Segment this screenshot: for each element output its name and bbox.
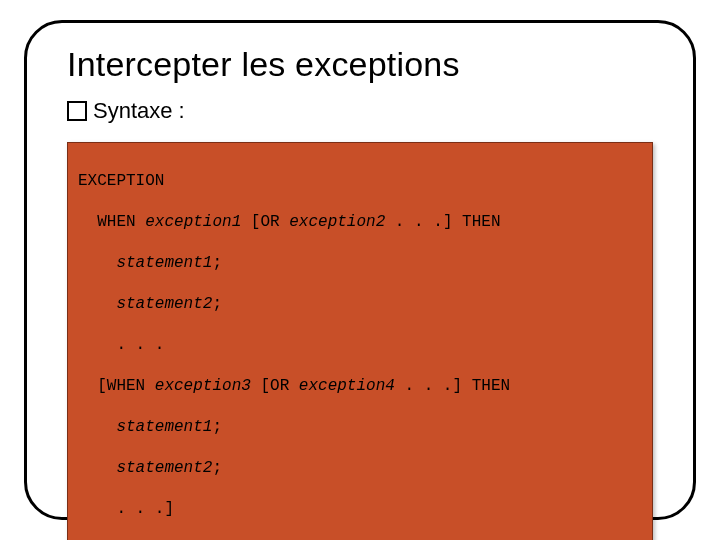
code-text: . . .] THEN [395, 377, 510, 395]
code-text: . . . [116, 336, 164, 354]
code-italic: statement2 [116, 295, 212, 313]
code-italic: exception4 [299, 377, 395, 395]
square-bullet-icon [67, 101, 87, 121]
code-line: . . . [78, 335, 642, 355]
code-text: [OR [241, 213, 289, 231]
code-text: ; [212, 254, 222, 272]
code-line: [WHEN exception3 [OR exception4 . . .] T… [78, 376, 642, 396]
code-line: . . .] [78, 499, 642, 519]
code-line: statement2; [78, 294, 642, 314]
code-text: [OR [251, 377, 299, 395]
code-line: EXCEPTION [78, 171, 642, 191]
slide-title: Intercepter les exceptions [67, 45, 653, 84]
code-line: statement1; [78, 417, 642, 437]
bullet-text: Syntaxe : [93, 98, 185, 124]
code-text: . . .] THEN [385, 213, 500, 231]
code-text: ; [212, 295, 222, 313]
code-text: [WHEN [97, 377, 155, 395]
code-text: WHEN [97, 213, 145, 231]
code-italic: exception1 [145, 213, 241, 231]
code-line: statement2; [78, 458, 642, 478]
code-italic: exception2 [289, 213, 385, 231]
bullet-row: Syntaxe : [67, 98, 653, 124]
code-text: EXCEPTION [78, 172, 164, 190]
code-line: WHEN exception1 [OR exception2 . . .] TH… [78, 212, 642, 232]
code-line: statement1; [78, 253, 642, 273]
code-italic: statement1 [116, 254, 212, 272]
slide-frame: Intercepter les exceptions Syntaxe : EXC… [24, 20, 696, 520]
code-text: . . .] [116, 500, 174, 518]
code-italic: statement2 [116, 459, 212, 477]
slide: Intercepter les exceptions Syntaxe : EXC… [0, 0, 720, 540]
code-italic: exception3 [155, 377, 251, 395]
code-block: EXCEPTION WHEN exception1 [OR exception2… [67, 142, 653, 540]
code-text: ; [212, 418, 222, 436]
code-italic: statement1 [116, 418, 212, 436]
code-text: ; [212, 459, 222, 477]
